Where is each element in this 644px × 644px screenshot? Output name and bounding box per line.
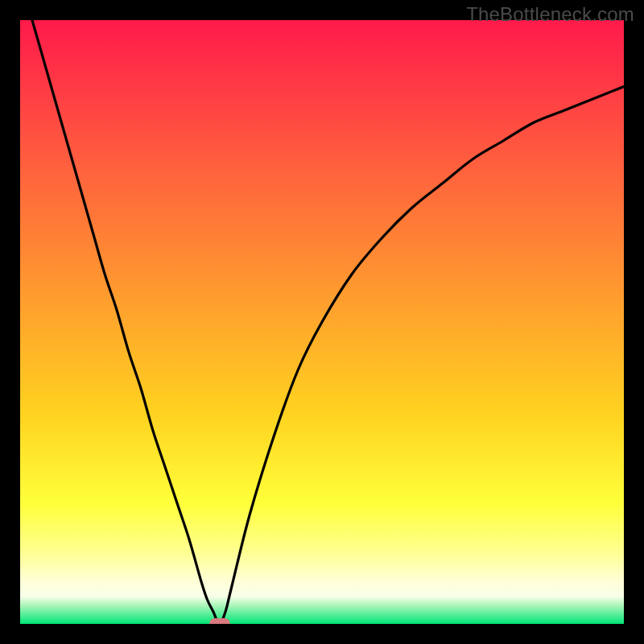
chart-frame: TheBottleneck.com [0,0,644,644]
watermark-text: TheBottleneck.com [466,3,634,26]
optimum-marker [209,618,230,624]
bottleneck-curve [20,20,624,624]
plot-area [20,20,624,624]
